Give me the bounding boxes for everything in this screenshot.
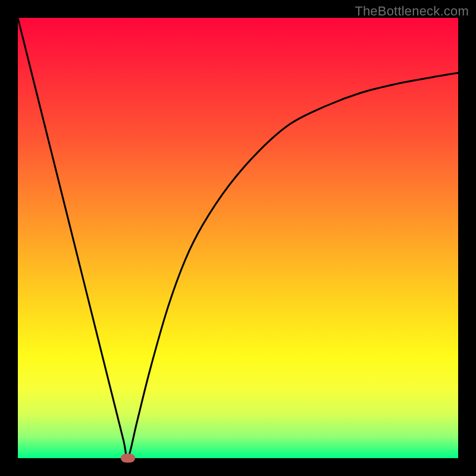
curve-path (18, 18, 458, 458)
optimum-marker (121, 454, 135, 463)
watermark-text: TheBottleneck.com (355, 4, 469, 19)
chart-plot-area (18, 18, 458, 458)
bottleneck-curve (18, 18, 458, 458)
